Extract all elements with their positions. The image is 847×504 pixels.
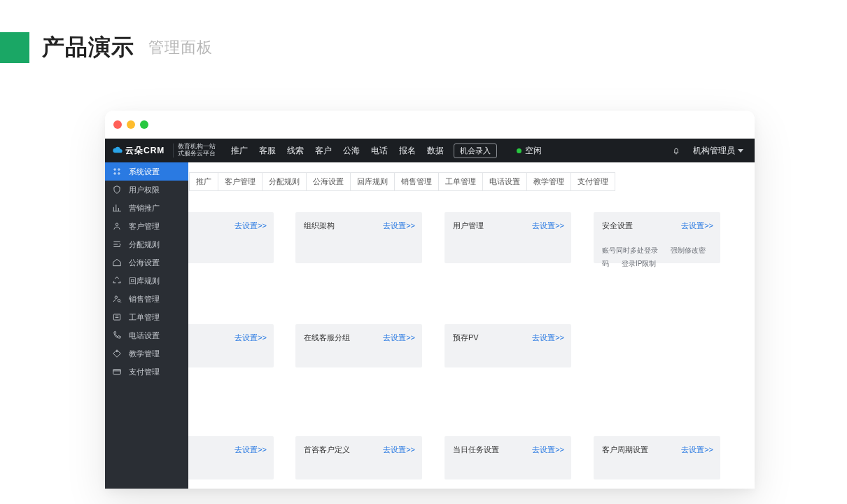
card-title: 组织架构 [304,221,335,230]
page-header: 产品演示 管理面板 [0,32,213,63]
card-go-link[interactable]: 去设置>> [383,332,415,343]
card-title: 在线客服分组 [304,333,350,342]
card-go-link[interactable]: 去设置>> [681,220,713,231]
window-zoom-dot[interactable] [140,120,148,129]
card-go-link[interactable]: 去设置>> [532,332,564,343]
sidebar-item[interactable]: 公海设置 [105,253,188,272]
card-go-link[interactable]: 去设置>> [234,220,267,231]
nav-link[interactable]: 数据 [427,145,444,157]
status-indicator[interactable]: 空闲 [517,145,542,157]
sidebar-item[interactable]: 销售管理 [105,290,188,308]
card-go-link[interactable]: 去设置>> [681,444,713,455]
sidebar-item[interactable]: 工单管理 [105,308,188,326]
settings-card: 组织架构去设置>> [295,212,422,263]
svg-point-5 [115,296,118,299]
card-go-link[interactable]: 去设置>> [383,444,415,455]
sidebar-item-label: 工单管理 [129,312,160,323]
card-sub-item: 账号同时多处登录 [602,246,658,254]
nav-link[interactable]: 客户 [315,145,332,157]
settings-card: 则去设置>> [188,436,274,479]
status-label: 空闲 [525,145,542,157]
brand[interactable]: 云朵CRM 教育机构一站 式服务云平台 [105,139,223,162]
sidebar-item-label: 客户管理 [129,221,160,232]
window-minimize-dot[interactable] [127,120,135,129]
tab[interactable]: 分配规则 [262,172,307,191]
status-dot-icon [517,148,522,153]
nav-link[interactable]: 电话 [371,145,388,157]
tag-icon [112,349,122,358]
tab[interactable]: 销售管理 [395,172,439,191]
sidebar-item[interactable]: 客户管理 [105,217,188,235]
card-sub-item: 登录IP限制 [622,260,656,267]
settings-card: 在线客服分组去设置>> [295,324,422,368]
shield-icon [112,185,122,195]
nav-link[interactable]: 线索 [287,145,304,157]
app-window: 云朵CRM 教育机构一站 式服务云平台 推广客服线索客户公海电话报名数据 机会录… [105,111,755,489]
tab[interactable]: 工单管理 [439,172,483,191]
sidebar-item[interactable]: 支付管理 [105,363,188,381]
brand-name: 云朵CRM [125,145,164,157]
card-go-link[interactable]: 去设置>> [532,444,564,455]
nav-link[interactable]: 客服 [259,145,276,157]
cloud-logo-icon [112,145,123,156]
bell-icon[interactable] [672,146,680,155]
card-go-link[interactable]: 去设置>> [234,444,267,455]
app-body: 系统设置用户权限营销推广客户管理分配规则公海设置回库规则销售管理工单管理电话设置… [105,162,755,489]
sidebar-item-label: 公海设置 [129,258,160,268]
tab[interactable]: 推广 [189,172,218,191]
svg-rect-7 [113,314,120,320]
sidebar-item[interactable]: 系统设置 [105,162,188,181]
nav-link[interactable]: 报名 [399,145,416,157]
tab[interactable]: 公海设置 [307,172,351,191]
chart-icon [112,203,122,213]
sidebar-item-label: 电话设置 [129,330,160,341]
tab[interactable]: 支付管理 [571,172,615,191]
rule-icon [112,239,122,249]
tabs: 推广客户管理分配规则公海设置回库规则销售管理工单管理电话设置教学管理支付管理 [188,162,755,202]
tab[interactable]: 回库规则 [351,172,395,191]
settings-card: 预存PV去设置>> [444,324,571,368]
svg-point-0 [114,169,115,170]
page-subtitle: 管理面板 [148,37,213,58]
user-menu[interactable]: 机构管理员 [693,145,743,157]
sidebar: 系统设置用户权限营销推广客户管理分配规则公海设置回库规则销售管理工单管理电话设置… [105,162,188,489]
card-title: 首咨客户定义 [304,445,350,454]
card-go-link[interactable]: 去设置>> [532,220,564,231]
svg-point-2 [114,173,115,174]
sidebar-item[interactable]: 回库规则 [105,272,188,290]
settings-card: 当日任务设置去设置>> [444,436,571,479]
nav-link[interactable]: 公海 [343,145,360,157]
sidebar-item[interactable]: 营销推广 [105,199,188,217]
tab[interactable]: 客户管理 [218,172,262,191]
sidebar-item[interactable]: 用户权限 [105,181,188,199]
nav-link[interactable]: 推广 [231,145,248,157]
svg-rect-9 [113,370,121,374]
tab[interactable]: 电话设置 [483,172,527,191]
tab[interactable]: 教学管理 [527,172,571,191]
card-title: 安全设置 [602,221,633,230]
card-icon [112,367,122,377]
record-entry-button[interactable]: 机会录入 [454,144,497,158]
main-panel: 推广客户管理分配规则公海设置回库规则销售管理工单管理电话设置教学管理支付管理 去… [188,162,755,489]
card-grid: 去设置>>组织架构去设置>>用户管理去设置>>安全设置去设置>>账号同时多处登录… [188,202,755,489]
settings-icon [112,167,122,176]
svg-point-1 [118,169,120,170]
sidebar-item-label: 营销推广 [129,203,160,214]
chevron-down-icon [738,149,743,153]
card-go-link[interactable]: 去设置>> [234,332,267,343]
card-sub-list: 账号同时多处登录强制修改密码登录IP限制 [602,244,712,270]
sidebar-item-label: 回库规则 [129,276,160,286]
svg-point-3 [118,173,120,174]
accent-square [0,32,29,63]
sidebar-item[interactable]: 电话设置 [105,326,188,344]
card-go-link[interactable]: 去设置>> [383,220,415,231]
settings-card: 用户管理去设置>> [444,212,571,263]
sidebar-item[interactable]: 教学管理 [105,344,188,363]
brand-tagline: 教育机构一站 式服务云平台 [173,144,216,158]
settings-card: 置去设置>> [188,324,274,368]
settings-card: 安全设置去设置>>账号同时多处登录强制修改密码登录IP限制 [594,212,720,263]
sidebar-item[interactable]: 分配规则 [105,235,188,253]
card-title: 用户管理 [453,221,484,230]
sidebar-item-label: 分配规则 [129,239,160,250]
window-close-dot[interactable] [113,120,122,129]
